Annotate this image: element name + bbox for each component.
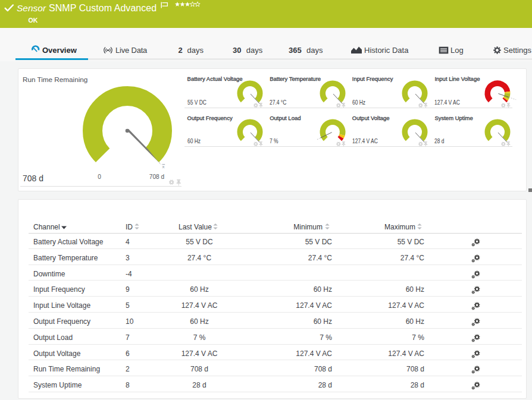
svg-text:x: x: [162, 164, 164, 169]
